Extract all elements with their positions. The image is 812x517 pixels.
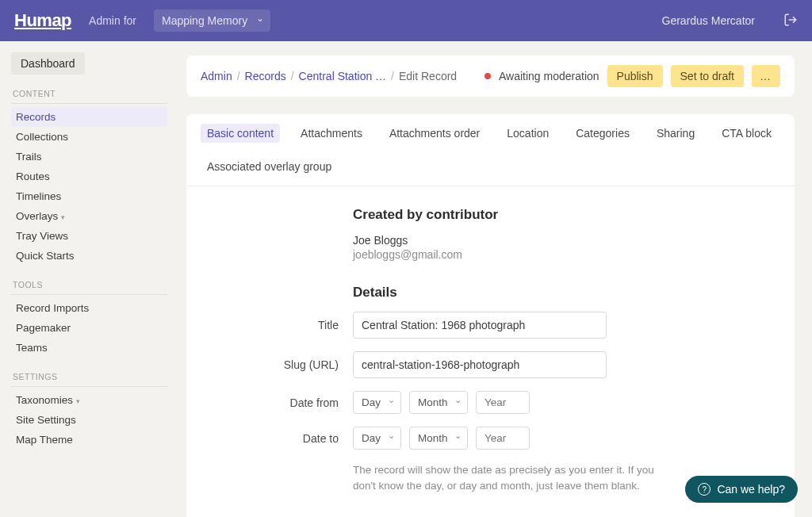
tab-attachments-order[interactable]: Attachments order (383, 124, 486, 143)
breadcrumb-records[interactable]: Records (245, 70, 286, 82)
sidebar-item-records[interactable]: Records (11, 107, 167, 127)
tab-basic-content[interactable]: Basic content (201, 124, 280, 143)
site-select-input[interactable]: Mapping Memory (154, 10, 270, 32)
date-from-day-select[interactable]: Day (353, 391, 401, 414)
sidebar-group-tools: TOOLS Record Imports Pagemaker Teams (11, 280, 167, 358)
dashboard-button[interactable]: Dashboard (11, 52, 85, 75)
set-to-draft-button[interactable]: Set to draft (671, 65, 744, 87)
sidebar-item-overlays[interactable]: Overlays▾ (11, 206, 167, 226)
slug-label: Slug (URL) (218, 358, 353, 371)
main: Admin / Records / Central Station … / Ed… (178, 41, 812, 517)
sidebar-item-pagemaker[interactable]: Pagemaker (11, 318, 167, 338)
sidebar-item-collections[interactable]: Collections (11, 127, 167, 147)
chevron-down-icon: ▾ (61, 213, 65, 221)
contributor-email: joebloggs@gmail.com (353, 248, 715, 261)
sidebar-item-taxonomies[interactable]: Taxonomies▾ (11, 390, 167, 410)
date-helper-text: The record will show the date as precise… (353, 462, 662, 495)
more-actions-button[interactable]: … (752, 65, 780, 87)
sidebar-item-timelines[interactable]: Timelines (11, 186, 167, 206)
sidebar-item-map-theme[interactable]: Map Theme (11, 430, 167, 450)
status-dot-icon (485, 73, 491, 79)
date-to-year-input[interactable] (476, 427, 530, 450)
logo[interactable]: Humap (14, 10, 71, 31)
tab-attachments[interactable]: Attachments (294, 124, 369, 143)
slug-input[interactable] (353, 351, 607, 378)
help-label: Can we help? (717, 483, 785, 496)
contributor-heading: Created by contributor (353, 207, 715, 223)
help-bubble[interactable]: ? Can we help? (685, 476, 798, 503)
breadcrumb-admin[interactable]: Admin (201, 70, 232, 82)
title-input[interactable] (353, 312, 607, 339)
chevron-down-icon: ▾ (76, 397, 80, 405)
date-from-month-select[interactable]: Month (409, 391, 468, 414)
status-text: Awaiting moderation (499, 70, 599, 82)
tab-cta-block[interactable]: CTA block (715, 124, 778, 143)
date-from-year-input[interactable] (476, 391, 530, 414)
admin-for-label: Admin for (89, 14, 136, 27)
site-select[interactable]: Mapping Memory (154, 10, 270, 32)
date-from-label: Date from (218, 396, 353, 409)
tabs: Basic content Attachments Attachments or… (186, 114, 795, 186)
date-to-label: Date to (218, 432, 353, 445)
date-to-day-select[interactable]: Day (353, 427, 401, 450)
sidebar-item-tray-views[interactable]: Tray Views (11, 226, 167, 246)
content-card: Basic content Attachments Attachments or… (186, 114, 795, 517)
sidebar-item-routes[interactable]: Routes (11, 167, 167, 186)
contributor-name: Joe Bloggs (353, 234, 715, 247)
title-label: Title (218, 319, 353, 331)
sidebar-item-site-settings[interactable]: Site Settings (11, 410, 167, 430)
tab-sharing[interactable]: Sharing (650, 124, 701, 143)
header-card: Admin / Records / Central Station … / Ed… (186, 56, 795, 97)
sidebar-group-title: CONTENT (13, 89, 167, 98)
sidebar-item-trails[interactable]: Trails (11, 147, 167, 167)
sidebar-group-settings: SETTINGS Taxonomies▾ Site Settings Map T… (11, 372, 167, 450)
sidebar-group-content: CONTENT Records Collections Trails Route… (11, 89, 167, 266)
date-to-month-select[interactable]: Month (409, 427, 468, 450)
tab-categories[interactable]: Categories (569, 124, 636, 143)
sidebar-group-title: SETTINGS (13, 372, 167, 381)
publish-button[interactable]: Publish (607, 65, 663, 87)
help-icon: ? (698, 483, 710, 496)
tab-associated-overlay-group[interactable]: Associated overlay group (201, 157, 338, 176)
breadcrumb-current: Edit Record (399, 70, 457, 82)
sidebar-group-title: TOOLS (13, 280, 167, 289)
sidebar-item-record-imports[interactable]: Record Imports (11, 298, 167, 318)
sidebar: Dashboard CONTENT Records Collections Tr… (0, 41, 178, 517)
sidebar-item-quick-starts[interactable]: Quick Starts (11, 246, 167, 266)
details-heading: Details (353, 285, 715, 301)
topbar: Humap Admin for Mapping Memory Gerardus … (0, 0, 812, 41)
breadcrumb: Admin / Records / Central Station … / Ed… (201, 70, 457, 82)
breadcrumb-record[interactable]: Central Station … (299, 70, 387, 82)
tab-location[interactable]: Location (500, 124, 555, 143)
sidebar-item-teams[interactable]: Teams (11, 338, 167, 358)
signout-icon[interactable] (783, 13, 798, 29)
current-user[interactable]: Gerardus Mercator (662, 14, 755, 27)
